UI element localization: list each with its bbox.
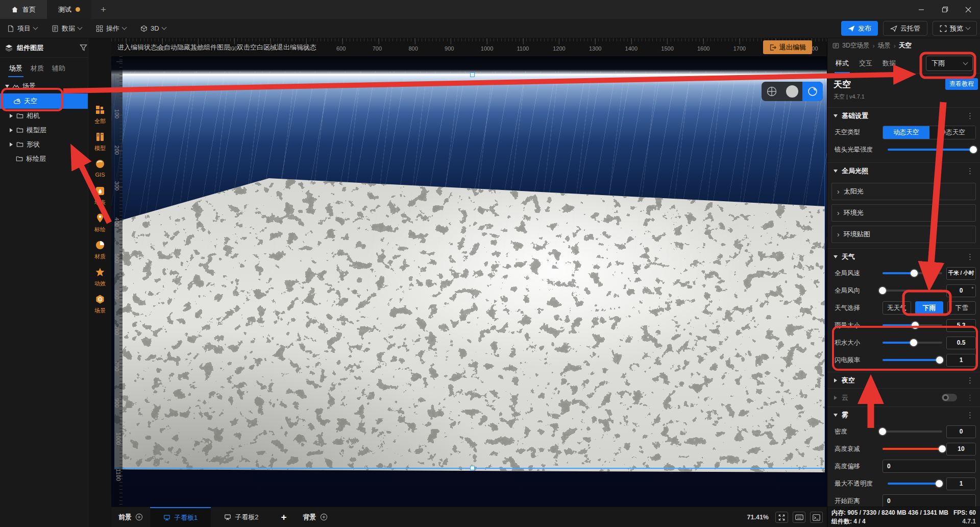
dock-item-gis[interactable]: GIS: [88, 158, 112, 178]
wind-direction-value[interactable]: 0°: [946, 284, 976, 297]
fog-falloff-slider[interactable]: [883, 448, 942, 450]
slider-knob[interactable]: [939, 445, 946, 452]
tab-material[interactable]: 材质: [28, 62, 47, 77]
fog-opacity-value[interactable]: 1: [946, 477, 976, 490]
weather-none[interactable]: 无天气: [883, 301, 911, 315]
slider-knob[interactable]: [879, 428, 886, 435]
shortcut-keyboard-button[interactable]: [793, 512, 805, 523]
tab-project[interactable]: 测试: [47, 0, 91, 19]
dock-item-scene[interactable]: 场景: [88, 293, 112, 315]
section-global-lighting[interactable]: 全局光照 ⋮: [827, 162, 980, 179]
menu-operate[interactable]: 操作: [89, 19, 133, 38]
exit-edit-button[interactable]: 退出编辑: [763, 40, 812, 54]
tab-data[interactable]: 数据: [878, 56, 900, 73]
fog-start-input[interactable]: [883, 494, 976, 507]
kebab-menu-icon[interactable]: ⋮: [966, 376, 974, 385]
section-night-sky[interactable]: 夜空 ⋮: [827, 372, 980, 388]
viewport-3d-canvas[interactable]: 10020030040050060070080090010001100: [111, 56, 827, 507]
tab-home[interactable]: 首页: [0, 0, 47, 19]
kebab-menu-icon[interactable]: ⋮: [966, 411, 974, 420]
rendered-view-button[interactable]: [802, 82, 823, 101]
fog-density-value[interactable]: 0: [946, 425, 976, 438]
add-board-button[interactable]: +: [272, 507, 296, 527]
breadcrumb-scene[interactable]: 场景: [878, 41, 891, 50]
fog-opacity-slider[interactable]: [888, 483, 942, 485]
publish-button[interactable]: 发布: [841, 21, 878, 36]
board-tab-2[interactable]: 子看板2: [211, 507, 272, 527]
slider-knob[interactable]: [911, 270, 918, 277]
section-basic-settings[interactable]: 基础设置 ⋮: [827, 107, 980, 124]
tree-item-sky[interactable]: 天空: [0, 93, 88, 109]
selection-handle[interactable]: [470, 73, 475, 77]
menu-project[interactable]: 项目: [0, 19, 44, 38]
board-tab-1[interactable]: 子看板1: [150, 507, 211, 527]
slider-knob[interactable]: [970, 146, 977, 153]
dock-item-material[interactable]: 材质: [88, 239, 112, 260]
section-weather[interactable]: 天气 ⋮: [827, 248, 980, 265]
lighting-ambient[interactable]: ›环境光: [831, 204, 976, 222]
sky-type-static[interactable]: 静态天空: [929, 126, 976, 139]
slider-knob[interactable]: [912, 322, 919, 329]
wind-direction-slider[interactable]: [883, 290, 942, 292]
tutorial-badge[interactable]: 查看教程: [945, 78, 978, 90]
tab-style[interactable]: 样式: [831, 56, 853, 73]
tree-item-scene-root[interactable]: 场景: [0, 79, 88, 93]
lighting-sunlight[interactable]: ›太阳光: [831, 183, 976, 200]
tab-scene[interactable]: 场景: [6, 62, 26, 77]
rain-amount-value[interactable]: 5.3: [946, 319, 976, 332]
wireframe-view-button[interactable]: [762, 82, 782, 101]
weather-snow[interactable]: 下雪: [947, 301, 976, 315]
tab-interaction[interactable]: 交互: [855, 56, 876, 73]
kebab-menu-icon[interactable]: ⋮: [966, 252, 974, 261]
sky-type-dynamic[interactable]: 动态天空: [883, 126, 929, 139]
lighting-envmap[interactable]: ›环境贴图: [831, 226, 976, 243]
tree-item-camera[interactable]: 相机: [0, 109, 88, 123]
cloud-host-button[interactable]: 云托管: [883, 21, 927, 36]
console-button[interactable]: [810, 512, 823, 523]
new-tab-button[interactable]: +: [91, 0, 115, 19]
puddle-size-slider[interactable]: [883, 342, 942, 344]
slider-knob[interactable]: [879, 287, 886, 294]
fit-screen-button[interactable]: [775, 512, 788, 523]
menu-3d[interactable]: 3D: [133, 19, 173, 38]
dock-item-animation[interactable]: 动效: [88, 266, 112, 288]
filter-icon[interactable]: [80, 44, 87, 52]
dock-item-all[interactable]: 全部: [88, 104, 112, 125]
section-cloud[interactable]: 云 ⋮: [827, 388, 980, 406]
solid-view-button[interactable]: [782, 82, 802, 101]
preview-button[interactable]: 预览: [933, 21, 977, 36]
rain-amount-slider[interactable]: [883, 324, 942, 326]
breadcrumb-root[interactable]: 3D空场景: [842, 41, 869, 50]
fog-density-slider[interactable]: [883, 430, 942, 433]
cloud-toggle-off[interactable]: [942, 394, 957, 401]
lightning-rate-value[interactable]: 1: [946, 354, 976, 367]
add-circle-icon[interactable]: [135, 513, 143, 521]
slider-knob[interactable]: [936, 356, 943, 364]
dock-item-plot[interactable]: 标绘: [88, 212, 112, 233]
kebab-menu-icon[interactable]: ⋮: [966, 111, 974, 121]
caret-right-icon[interactable]: [10, 128, 13, 132]
minimize-button[interactable]: [910, 0, 933, 19]
lightning-rate-slider[interactable]: [883, 359, 942, 361]
dock-item-terrain[interactable]: 地表: [88, 185, 112, 206]
tree-item-plot-layer[interactable]: 标绘层: [0, 152, 88, 166]
tree-item-shape[interactable]: 形状: [0, 137, 88, 152]
close-button[interactable]: [957, 0, 980, 19]
weather-rain[interactable]: 下雨: [915, 301, 944, 315]
wind-speed-unit[interactable]: 千米 / 小时: [946, 267, 976, 280]
slider-knob[interactable]: [910, 339, 917, 346]
lens-flare-slider[interactable]: [888, 149, 976, 151]
puddle-size-value[interactable]: 0.5: [946, 337, 976, 349]
menu-data[interactable]: 数据: [44, 19, 89, 38]
selection-handle[interactable]: [470, 466, 475, 470]
wind-speed-slider[interactable]: [883, 272, 942, 274]
section-fog[interactable]: 雾 ⋮: [827, 406, 980, 423]
tab-assist[interactable]: 辅助: [49, 62, 68, 77]
dock-item-model[interactable]: 模型: [88, 131, 112, 152]
kebab-menu-icon[interactable]: ⋮: [966, 166, 974, 176]
caret-right-icon[interactable]: [10, 142, 13, 147]
caret-right-icon[interactable]: [10, 114, 13, 118]
caret-down-icon[interactable]: [5, 85, 9, 88]
restore-button[interactable]: [933, 0, 957, 19]
slider-knob[interactable]: [936, 480, 943, 487]
